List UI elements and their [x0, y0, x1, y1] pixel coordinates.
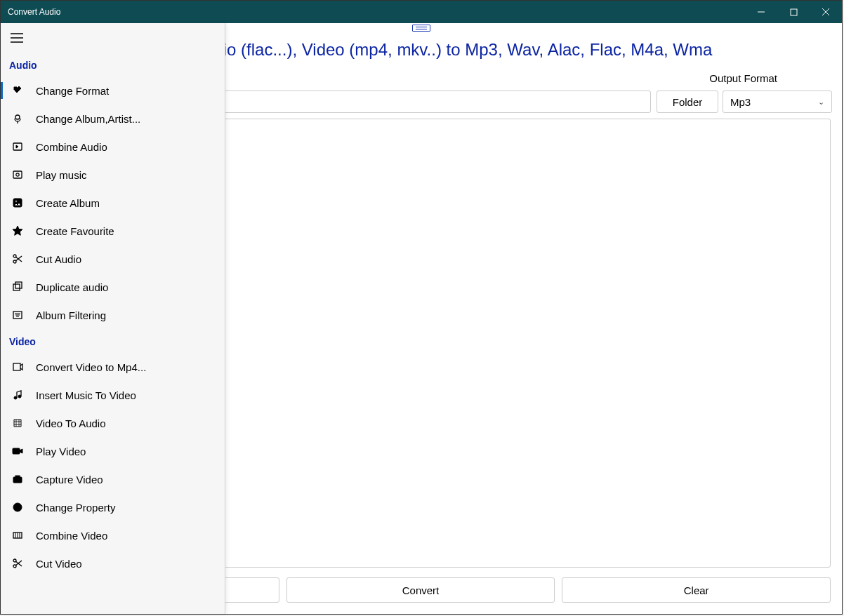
nav-label: Convert Video to Mp4... — [36, 361, 225, 373]
play-icon — [9, 168, 26, 182]
play-video-icon — [9, 444, 26, 458]
sidebar: Audio Change FormatChange Album,Artist..… — [1, 23, 225, 614]
sidebar.sections.audio-item-album[interactable]: Create Album — [1, 189, 225, 217]
nav-label: Play music — [36, 169, 225, 181]
sidebar.sections.video-item-scissors[interactable]: Cut Video — [1, 549, 225, 577]
convert-video-icon — [9, 360, 26, 374]
nav-label: Insert Music To Video — [36, 389, 225, 401]
nav-label: Change Album,Artist... — [36, 113, 225, 125]
output-format-label: Output Format — [709, 72, 777, 84]
sidebar.sections.audio-item-star[interactable]: Create Favourite — [1, 217, 225, 245]
sidebar.sections.video-item-video-audio[interactable]: Video To Audio — [1, 409, 225, 437]
nav-label: Video To Audio — [36, 417, 225, 429]
duplicate-icon — [9, 280, 26, 294]
clear-button[interactable]: Clear — [562, 577, 831, 603]
output-format-select[interactable]: Mp3 ⌄ — [723, 91, 832, 113]
sidebar.sections.video-item-property[interactable]: Change Property — [1, 493, 225, 521]
property-icon — [9, 500, 26, 514]
nav-label: Create Favourite — [36, 225, 225, 237]
nav-label: Combine Audio — [36, 141, 225, 153]
sidebar-section-audio: Audio — [1, 53, 225, 76]
nav-label: Duplicate audio — [36, 281, 225, 293]
filter-icon — [9, 308, 26, 322]
sidebar.sections.audio-item-format[interactable]: Change Format — [1, 76, 225, 105]
scissors-icon — [9, 252, 26, 266]
sidebar.sections.video-item-insert-music[interactable]: Insert Music To Video — [1, 381, 225, 409]
nav-label: Cut Video — [36, 558, 225, 570]
nav-label: Create Album — [36, 197, 225, 209]
convert-button[interactable]: Convert — [286, 577, 555, 603]
hamburger-icon — [11, 33, 23, 43]
capture-icon — [9, 472, 26, 486]
sidebar.sections.video-item-convert-video[interactable]: Convert Video to Mp4... — [1, 353, 225, 381]
window-controls — [745, 1, 842, 23]
combine-icon — [9, 140, 26, 154]
nav-label: Capture Video — [36, 474, 225, 486]
sidebar.sections.audio-item-play[interactable]: Play music — [1, 161, 225, 189]
close-button[interactable] — [810, 1, 842, 23]
body-area: Convert Audio (flac...), Video (mp4, mkv… — [1, 23, 842, 614]
nav-label: Change Format — [36, 85, 225, 97]
minimize-button[interactable] — [745, 1, 777, 23]
folder-button[interactable]: Folder — [657, 91, 718, 113]
sidebar-section-video: Video — [1, 329, 225, 353]
insert-music-icon — [9, 388, 26, 402]
nav-label: Combine Video — [36, 530, 225, 542]
sidebar.sections.audio-item-scissors[interactable]: Cut Audio — [1, 245, 225, 273]
mic-icon — [9, 112, 26, 126]
sidebar.sections.audio-item-mic[interactable]: Change Album,Artist... — [1, 105, 225, 133]
svg-rect-1 — [791, 9, 797, 15]
sidebar.sections.audio-item-combine[interactable]: Combine Audio — [1, 133, 225, 161]
minimize-icon — [757, 8, 765, 16]
video-audio-icon — [9, 416, 26, 430]
scissors-icon — [9, 556, 26, 570]
combine-video-icon — [9, 528, 26, 542]
resize-grip-icon[interactable] — [412, 25, 430, 32]
chevron-down-icon: ⌄ — [818, 98, 824, 107]
hamburger-button[interactable] — [1, 23, 225, 53]
close-icon — [822, 8, 830, 16]
window-title: Convert Audio — [1, 7, 745, 17]
titlebar: Convert Audio — [1, 1, 842, 23]
sidebar.sections.video-item-combine-video[interactable]: Combine Video — [1, 521, 225, 549]
format-icon — [9, 83, 26, 98]
star-icon — [9, 224, 26, 238]
sidebar.sections.video-item-play-video[interactable]: Play Video — [1, 437, 225, 465]
sidebar.sections.video-item-capture[interactable]: Capture Video — [1, 465, 225, 493]
nav-label: Change Property — [36, 502, 225, 514]
nav-label: Cut Audio — [36, 253, 225, 265]
nav-label: Play Video — [36, 446, 225, 457]
maximize-icon — [790, 8, 798, 16]
app-window: Convert Audio Convert Audio (flac...), V… — [0, 0, 843, 615]
sidebar.sections.audio-item-duplicate[interactable]: Duplicate audio — [1, 273, 225, 301]
sidebar.sections.audio-item-filter[interactable]: Album Filtering — [1, 301, 225, 329]
maximize-button[interactable] — [777, 1, 810, 23]
output-format-value: Mp3 — [730, 96, 751, 108]
nav-label: Album Filtering — [36, 309, 225, 321]
album-icon — [9, 196, 26, 210]
